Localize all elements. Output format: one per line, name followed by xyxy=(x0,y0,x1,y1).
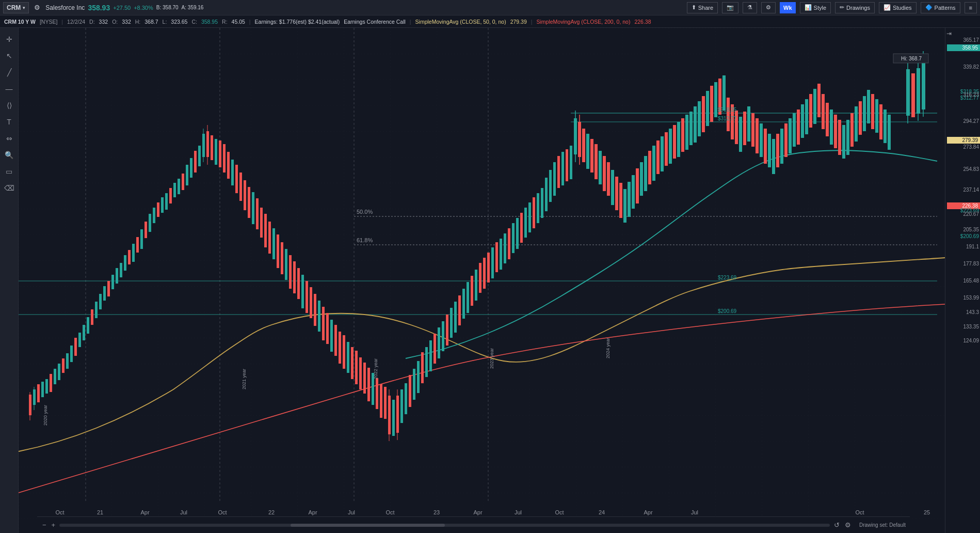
ma50-label: SimpleMovingAvg (CLOSE, 50, 0, no) xyxy=(415,19,506,25)
chart-settings-button[interactable]: ⚙ xyxy=(844,520,852,530)
svg-rect-139 xyxy=(528,202,531,232)
bid-price: B: 358.70 xyxy=(156,5,179,10)
svg-rect-192 xyxy=(739,117,742,152)
svg-rect-200 xyxy=(772,139,775,174)
svg-rect-165 xyxy=(628,182,631,217)
price-20069-axis: $200.69 xyxy=(946,233,979,239)
chart-area[interactable]: salesforce.com The Customer Company xyxy=(19,28,945,533)
svg-rect-226 xyxy=(879,104,882,139)
svg-rect-205 xyxy=(793,113,796,147)
svg-rect-215 xyxy=(834,115,837,148)
svg-rect-19 xyxy=(50,374,52,392)
line-tool[interactable]: ╱ xyxy=(2,65,17,80)
svg-rect-206 xyxy=(797,109,800,145)
h-value: 368.7 xyxy=(144,19,158,25)
svg-rect-162 xyxy=(615,177,618,210)
svg-rect-93 xyxy=(347,342,349,373)
settings-button[interactable]: ⚙ xyxy=(761,2,776,13)
svg-rect-81 xyxy=(297,268,300,299)
svg-rect-29 xyxy=(91,309,93,325)
svg-rect-28 xyxy=(87,317,89,334)
share-button[interactable]: ⬆ Share xyxy=(687,2,718,13)
svg-rect-95 xyxy=(355,351,358,384)
svg-rect-80 xyxy=(293,261,296,293)
svg-rect-183 xyxy=(702,96,705,132)
x-label-oct-2024: Oct xyxy=(855,509,864,515)
price-axis-collapse[interactable]: ⇥ xyxy=(946,30,952,37)
period-button[interactable]: Wk xyxy=(780,2,796,13)
svg-rect-31 xyxy=(99,294,102,309)
earnings-label: Earnings: $1.776(est) $2.41(actual) xyxy=(255,19,340,25)
eraser-tool[interactable]: ⌫ xyxy=(2,181,17,195)
drawings-button[interactable]: ✏ Drawings xyxy=(835,2,875,13)
svg-rect-213 xyxy=(826,103,829,136)
svg-rect-171 xyxy=(652,146,655,181)
svg-rect-132 xyxy=(500,239,502,270)
zoom-tool[interactable]: 🔍 xyxy=(2,148,17,162)
measure-tool[interactable]: ⇔ xyxy=(2,131,17,146)
svg-rect-89 xyxy=(330,320,333,352)
svg-rect-210 xyxy=(813,89,816,124)
svg-rect-134 xyxy=(508,228,510,259)
svg-rect-219 xyxy=(850,113,854,147)
zoom-out-button[interactable]: − xyxy=(41,520,47,530)
x-label-jul-2022: Jul xyxy=(348,509,355,515)
company-name: Salesforce Inc xyxy=(45,4,85,11)
svg-rect-68 xyxy=(244,180,246,210)
price-31623: 316.23 xyxy=(946,92,979,98)
svg-rect-125 xyxy=(471,276,473,306)
scroll-bar[interactable] xyxy=(59,524,830,527)
svg-rect-60 xyxy=(211,135,213,160)
svg-rect-30 xyxy=(95,302,98,318)
x-label-22: 22 xyxy=(268,509,275,515)
svg-rect-63 xyxy=(223,144,226,173)
svg-rect-98 xyxy=(367,368,370,401)
svg-rect-72 xyxy=(260,208,263,238)
patterns-button[interactable]: 🔷 Patterns xyxy=(921,2,960,13)
svg-rect-66 xyxy=(235,165,238,193)
ticker-selector[interactable]: CRM ▾ xyxy=(3,2,29,13)
scroll-thumb[interactable] xyxy=(291,524,445,527)
svg-rect-40 xyxy=(136,237,139,253)
reset-zoom-button[interactable]: ↺ xyxy=(833,520,841,530)
svg-rect-164 xyxy=(623,189,626,223)
studies-button[interactable]: 📈 Studies xyxy=(879,2,917,13)
svg-rect-64 xyxy=(227,152,230,179)
svg-rect-146 xyxy=(557,156,560,188)
style-button[interactable]: 📊 Style xyxy=(800,2,831,13)
more-menu-button[interactable]: ≡ xyxy=(965,2,977,13)
svg-rect-184 xyxy=(706,91,709,126)
fib-tool[interactable]: ⟨⟩ xyxy=(2,98,17,113)
crosshair-tool[interactable]: ✛ xyxy=(2,32,17,46)
svg-rect-34 xyxy=(111,275,114,289)
lab-icon: ⚗ xyxy=(747,4,752,11)
svg-rect-179 xyxy=(685,115,688,150)
svg-rect-55 xyxy=(198,146,201,166)
lab-button[interactable]: ⚗ xyxy=(743,2,757,13)
cursor-tool[interactable]: ↖ xyxy=(2,49,17,63)
svg-rect-126 xyxy=(475,270,477,301)
price-23714: 237.14 xyxy=(946,187,979,193)
x-label-apr-2024: Apr xyxy=(644,509,652,515)
year-2023: 2023 year xyxy=(489,348,494,369)
zoom-in-button[interactable]: + xyxy=(51,520,57,530)
svg-rect-166 xyxy=(632,175,635,209)
svg-rect-52 xyxy=(186,165,188,185)
svg-rect-27 xyxy=(83,325,85,340)
screenshot-button[interactable]: 📷 xyxy=(722,2,738,13)
rectangle-tool[interactable]: ▭ xyxy=(2,164,17,179)
style-icon: 📊 xyxy=(805,4,812,11)
svg-rect-37 xyxy=(124,255,126,271)
svg-rect-197 xyxy=(760,123,763,157)
horizontal-line-tool[interactable]: — xyxy=(2,82,17,96)
svg-rect-141 xyxy=(537,193,539,223)
exchange-label: [NYSE] xyxy=(40,19,57,25)
svg-rect-127 xyxy=(479,263,481,293)
text-tool[interactable]: T xyxy=(2,115,17,129)
ticker-settings-btn[interactable]: ⚙ xyxy=(32,3,42,12)
svg-rect-79 xyxy=(289,255,292,289)
svg-rect-101 xyxy=(380,384,382,418)
x-label-apr-2023: Apr xyxy=(473,509,482,515)
svg-rect-196 xyxy=(756,118,759,153)
settings-icon: ⚙ xyxy=(766,4,771,11)
